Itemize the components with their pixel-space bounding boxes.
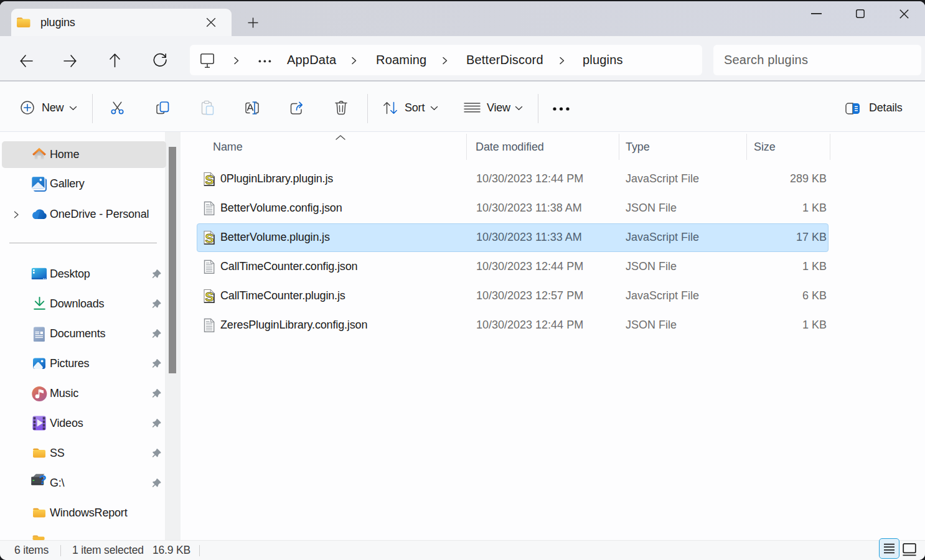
svg-text:?: ? [39, 473, 47, 487]
svg-text:S: S [205, 172, 214, 187]
